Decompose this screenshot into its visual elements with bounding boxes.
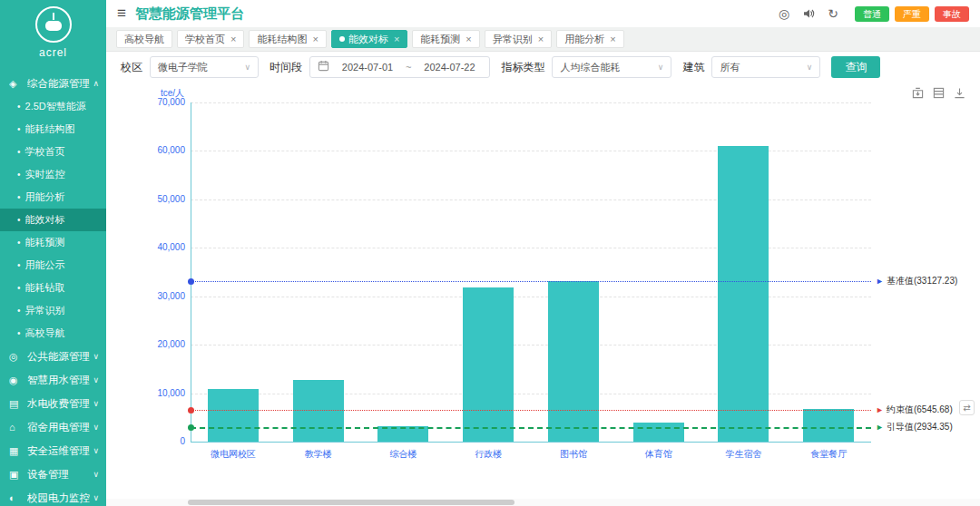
tab[interactable]: 能效对标×: [331, 30, 407, 48]
chevron-down-icon: ∨: [658, 63, 664, 72]
horizontal-scrollbar-thumb[interactable]: [188, 500, 514, 505]
metric-select[interactable]: 人均综合能耗 ∨: [552, 56, 671, 78]
calendar-icon: [318, 60, 329, 74]
sidebar-item[interactable]: •能耗钻取: [0, 277, 106, 299]
sidebar-group[interactable]: ◉智慧用水管理∨: [0, 368, 106, 392]
bar[interactable]: [548, 281, 599, 442]
bar[interactable]: [463, 287, 514, 442]
chart-area: tce/人 010,00020,00030,00040,00050,00060,…: [106, 83, 980, 506]
sidebar-group[interactable]: ◎公共能源管理∨: [0, 345, 106, 368]
billing-icon: ▤: [9, 398, 24, 410]
arrow-right-icon: ►: [876, 277, 884, 286]
sidebar-item[interactable]: •2.5D智慧能源: [0, 95, 106, 118]
x-axis-category-label: 图书馆: [531, 448, 616, 461]
close-tab-icon[interactable]: ×: [312, 34, 318, 44]
public-energy-icon: ◎: [9, 351, 24, 363]
alarm-badge[interactable]: 普通: [855, 6, 889, 22]
tab[interactable]: 能耗结构图×: [249, 30, 326, 48]
sidebar-item[interactable]: •用能分析: [0, 186, 106, 209]
sidebar-item[interactable]: •能耗预测: [0, 231, 106, 254]
close-tab-icon[interactable]: ×: [538, 34, 544, 44]
close-tab-icon[interactable]: ×: [230, 34, 236, 44]
sidebar-item-label: 能耗结构图: [25, 122, 75, 136]
download-icon[interactable]: [954, 87, 965, 99]
y-axis-tick-label: 70,000: [134, 97, 185, 107]
chevron-down-icon: ∨: [244, 63, 250, 72]
campus-select-value: 微电子学院: [158, 61, 208, 74]
sidebar-group[interactable]: ◈综合能源管理∧: [0, 72, 106, 95]
bar[interactable]: [293, 380, 344, 442]
save-image-icon[interactable]: [912, 87, 924, 99]
sidebar-item[interactable]: •异常识别: [0, 299, 106, 322]
date-range-picker[interactable]: ~: [309, 56, 490, 78]
refresh-icon[interactable]: ↻: [828, 6, 838, 21]
reference-line-marker: [188, 407, 194, 414]
sidebar-group[interactable]: ◐校园电力监控∨: [0, 486, 106, 506]
sidebar-item-label: 2.5D智慧能源: [25, 100, 86, 113]
tab[interactable]: 高校导航: [116, 30, 172, 48]
tab[interactable]: 异常识别×: [485, 30, 552, 48]
bar[interactable]: [803, 409, 854, 442]
sidebar-group-label: 智慧用水管理: [27, 374, 93, 387]
filter-bar: 校区 微电子学院 ∨ 时间段 ~ 指标类型 人均综合能耗 ∨ 建筑 所有: [106, 52, 980, 83]
sidebar-item[interactable]: •实时监控: [0, 163, 106, 186]
tab[interactable]: 能耗预测×: [412, 30, 479, 48]
building-select[interactable]: 所有 ∨: [711, 56, 820, 78]
y-axis-tick-label: 20,000: [134, 339, 185, 349]
date-from-input[interactable]: [335, 61, 400, 73]
reference-line-text: 约束值(6545.68): [887, 404, 953, 416]
x-axis: [191, 442, 871, 443]
water-icon: ◉: [9, 375, 24, 386]
close-tab-icon[interactable]: ×: [394, 34, 399, 44]
tab[interactable]: 学校首页×: [177, 30, 244, 48]
bar[interactable]: [633, 423, 684, 442]
gridline: [191, 102, 871, 103]
metric-label: 指标类型: [501, 60, 544, 75]
sidebar-item-label: 用能分析: [25, 190, 65, 204]
date-to-input[interactable]: [416, 61, 482, 73]
sidebar-group[interactable]: ▣设备管理∨: [0, 462, 106, 486]
sidebar-item[interactable]: •学校首页: [0, 141, 106, 163]
sidebar-group-label: 安全运维管理: [27, 444, 93, 458]
bar[interactable]: [208, 389, 259, 442]
chart-resize-handle[interactable]: ⇄: [959, 400, 975, 415]
sidebar: acrel ◈综合能源管理∧•2.5D智慧能源•能耗结构图•学校首页•实时监控•…: [0, 0, 106, 506]
reference-line: [191, 281, 871, 282]
logo-face: [45, 21, 62, 31]
bullet-icon: •: [17, 260, 21, 270]
sidebar-group-label: 设备管理: [27, 468, 93, 482]
close-tab-icon[interactable]: ×: [610, 34, 615, 44]
tab-label: 能耗结构图: [257, 33, 307, 46]
sound-icon[interactable]: [802, 7, 815, 20]
sidebar-item-label: 用能公示: [25, 258, 65, 272]
tab[interactable]: 用能分析×: [556, 30, 623, 48]
alarm-badge[interactable]: 事故: [935, 6, 969, 22]
tab-bar: 高校导航学校首页×能耗结构图×能效对标×能耗预测×异常识别×用能分析×: [106, 27, 980, 52]
close-tab-icon[interactable]: ×: [466, 34, 471, 44]
chevron-down-icon: ∨: [93, 352, 99, 361]
sidebar-group[interactable]: ▤水电收费管理∨: [0, 392, 106, 415]
help-icon[interactable]: ◎: [779, 6, 789, 21]
sidebar-group-label: 公共能源管理: [27, 350, 93, 364]
tab-label: 学校首页: [185, 33, 225, 46]
hamburger-menu-icon[interactable]: ≡: [117, 5, 126, 23]
y-axis-tick-label: 60,000: [134, 145, 185, 155]
sidebar-item[interactable]: •能耗结构图: [0, 118, 106, 141]
reference-line-text: 基准值(33127.23): [887, 275, 957, 287]
arrow-right-icon: ►: [876, 405, 884, 414]
reference-line-marker: [188, 424, 194, 431]
sidebar-group[interactable]: ⌂宿舍用电管理∨: [0, 415, 106, 439]
campus-select[interactable]: 微电子学院 ∨: [150, 56, 259, 78]
sidebar-item[interactable]: •能效对标: [0, 209, 106, 231]
gridline: [191, 345, 871, 345]
query-button[interactable]: 查询: [831, 56, 880, 78]
chevron-down-icon: ∨: [807, 63, 813, 72]
sidebar-item[interactable]: •高校导航: [0, 322, 106, 345]
bar[interactable]: [718, 146, 769, 442]
sidebar-item[interactable]: •用能公示: [0, 254, 106, 277]
gridline: [191, 297, 871, 297]
data-view-icon[interactable]: [933, 87, 945, 99]
sidebar-group[interactable]: ▦安全运维管理∨: [0, 439, 106, 462]
alarm-badge[interactable]: 严重: [895, 6, 929, 22]
chevron-up-icon: ∧: [93, 79, 99, 88]
